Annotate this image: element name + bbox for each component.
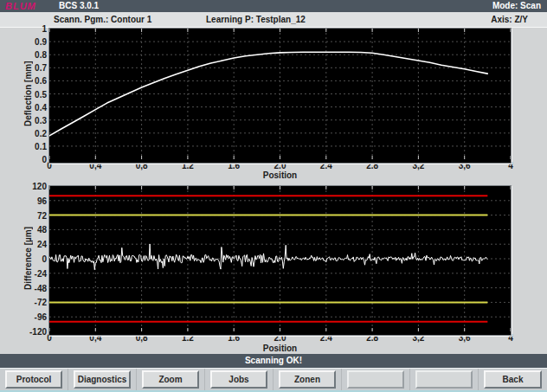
y-tick-label: 0.8 [0,50,47,60]
y-tick-label: -48 [0,284,47,293]
difference-chart [48,185,512,336]
scan-program-label: Scann. Pgm.: Contour 1 [54,12,151,27]
y-tick-label: -120 [0,327,47,337]
deflection-chart [48,28,512,164]
y-tick-label: 0.5 [0,90,47,100]
axis-label: Axis: Z/Y [491,12,528,27]
y-tick-label: 0.6 [0,76,47,86]
fkey-zonen-button[interactable]: Zonen [279,370,336,389]
learning-program-label: Learning P: Testplan_12 [206,12,306,27]
function-key-cell [410,369,479,391]
info-bar: Scann. Pgm.: Contour 1 Learning P: Testp… [0,12,547,28]
status-message: Scanning OK! [245,356,302,365]
bcs-window: BLUM BCS 3.0.1 Mode: Scan Scann. Pgm.: C… [0,0,547,392]
y-tick-label: 1 [0,24,47,34]
difference-signal [49,244,487,270]
function-key-cell: Back [479,369,547,391]
y-tick-label: 0.3 [0,116,47,125]
function-key-cell: Zoom [137,369,205,391]
app-title: BCS 3.0.1 [59,0,99,12]
fkey-back-button[interactable]: Back [484,370,542,389]
y-tick-label: -96 [0,312,47,322]
y-tick-label: 120 [0,182,47,191]
y-tick-label: 0 [0,254,47,264]
y-tick-label: 48 [0,225,47,235]
y-tick-label: 24 [0,240,47,249]
mode-indicator: Mode: Scan [492,0,541,12]
blum-logo: BLUM [5,0,36,12]
y-tick-label: 72 [0,211,47,221]
function-key-cell [342,369,410,391]
function-key-cell: Jobs [205,369,274,391]
fkey-empty-5 [347,370,404,389]
fkey-protocol-button[interactable]: Protocol [5,370,62,389]
function-key-cell: Diagnostics [68,369,137,391]
function-key-cell: Protocol [0,369,68,391]
y-tick-label: 0.1 [0,142,47,151]
status-bar: Scanning OK! [0,354,547,368]
y-tick-label: -72 [0,298,47,307]
y-tick-label: 0.2 [0,129,47,138]
deflection-chart-x-axis-title: Position [49,170,511,180]
y-tick-label: 0.9 [0,37,47,47]
fkey-empty-6 [415,370,473,389]
y-tick-label: 0.4 [0,103,47,112]
fkey-zoom-button[interactable]: Zoom [142,370,199,389]
function-key-row: ProtocolDiagnosticsZoomJobsZonenBack [0,368,547,391]
y-tick-label: 96 [0,196,47,206]
y-tick-label: 0 [0,155,47,164]
y-tick-label: 0.7 [0,63,47,73]
fkey-jobs-button[interactable]: Jobs [210,370,267,389]
difference-chart-x-axis-title: Position [49,344,511,353]
fkey-diagnostics-button[interactable]: Diagnostics [74,370,131,389]
y-tick-label: -24 [0,269,47,279]
title-bar: BLUM BCS 3.0.1 Mode: Scan [0,0,547,12]
function-key-cell: Zonen [274,369,342,391]
